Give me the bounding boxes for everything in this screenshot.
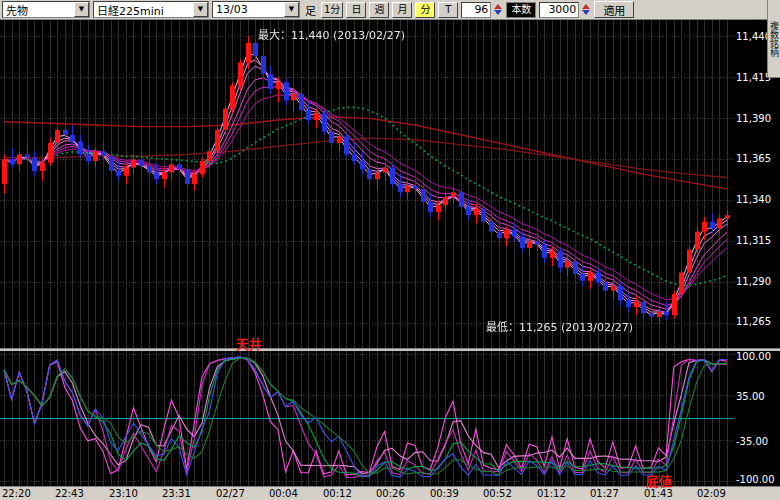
- symbol-select-value: 日経225mini: [94, 2, 193, 18]
- timeframe-day-button[interactable]: 日: [346, 2, 366, 18]
- bar-count-spinner-icon[interactable]: [582, 2, 591, 18]
- bar-count-button[interactable]: 本数: [506, 2, 536, 18]
- time-label: 00:26: [376, 488, 405, 499]
- bar-count-value: 3000: [548, 3, 576, 16]
- contract-month-value: 13/03: [213, 3, 284, 16]
- price-tick: 11,290: [736, 276, 780, 287]
- toolbar: 先物 ▼ 日経225mini ▼ 13/03 ▼ 足 1分 日 週 月 分 T …: [0, 0, 780, 20]
- time-label: 23:31: [162, 488, 191, 499]
- time-label: 02/27: [216, 488, 245, 499]
- oscillator-tick: 100.00: [736, 351, 780, 362]
- bar-type-label: 足: [305, 2, 316, 18]
- category-select-value: 先物: [3, 2, 74, 18]
- interval-value: 96: [474, 3, 488, 16]
- oscillator-tick: -35.00: [736, 436, 780, 447]
- symbol-select[interactable]: 日経225mini ▼: [93, 1, 209, 18]
- chevron-down-icon[interactable]: ▼: [74, 2, 89, 17]
- time-label: 00:39: [430, 488, 459, 499]
- timeframe-week-button[interactable]: 週: [369, 2, 389, 18]
- time-label: 00:04: [269, 488, 298, 499]
- bottom-annotation: 底値: [646, 471, 672, 490]
- price-tick: 11,265: [736, 316, 780, 327]
- min-price-annotation: 最低：11,265 (2013/02/27): [486, 318, 633, 334]
- time-label: 22:20: [2, 488, 31, 499]
- side-panel-tab[interactable]: 複数銘柄: [767, 0, 780, 78]
- contract-month-select[interactable]: 13/03 ▼: [212, 1, 300, 18]
- max-price-annotation: 最大：11,440 (2013/02/27): [258, 26, 405, 42]
- tick-button[interactable]: T: [438, 2, 458, 18]
- price-chart-canvas[interactable]: [0, 20, 733, 348]
- price-tick: 11,340: [736, 194, 780, 205]
- price-tick: 11,365: [736, 153, 780, 164]
- time-label: 01:12: [537, 488, 566, 499]
- timeframe-minute-button[interactable]: 分: [415, 2, 435, 18]
- trading-chart-window: 先物 ▼ 日経225mini ▼ 13/03 ▼ 足 1分 日 週 月 分 T …: [0, 0, 780, 500]
- time-label: 23:10: [109, 488, 138, 499]
- time-label: 01:27: [590, 488, 619, 499]
- time-label: 00:52: [483, 488, 512, 499]
- oscillator-tick: -100.00: [736, 474, 780, 485]
- bar-count-input[interactable]: 3000: [539, 2, 579, 18]
- oscillator-tick: 35.00: [736, 391, 780, 402]
- time-label: 00:12: [323, 488, 352, 499]
- chevron-down-icon[interactable]: ▼: [284, 2, 299, 17]
- ceiling-annotation: 天井: [236, 334, 262, 353]
- oscillator-chart-canvas[interactable]: [0, 351, 733, 486]
- interval-input[interactable]: 96: [461, 2, 491, 18]
- timeframe-1min-button[interactable]: 1分: [321, 2, 343, 18]
- chevron-down-icon[interactable]: ▼: [193, 2, 208, 17]
- price-tick: 11,390: [736, 113, 780, 124]
- apply-button[interactable]: 適用: [594, 1, 634, 18]
- time-label: 02:09: [697, 488, 726, 499]
- timeframe-month-button[interactable]: 月: [392, 2, 412, 18]
- panel-divider[interactable]: [0, 348, 780, 351]
- time-label: 22:43: [55, 488, 84, 499]
- interval-spinner-icon[interactable]: [494, 2, 503, 18]
- price-tick: 11,315: [736, 235, 780, 246]
- category-select[interactable]: 先物 ▼: [2, 1, 90, 18]
